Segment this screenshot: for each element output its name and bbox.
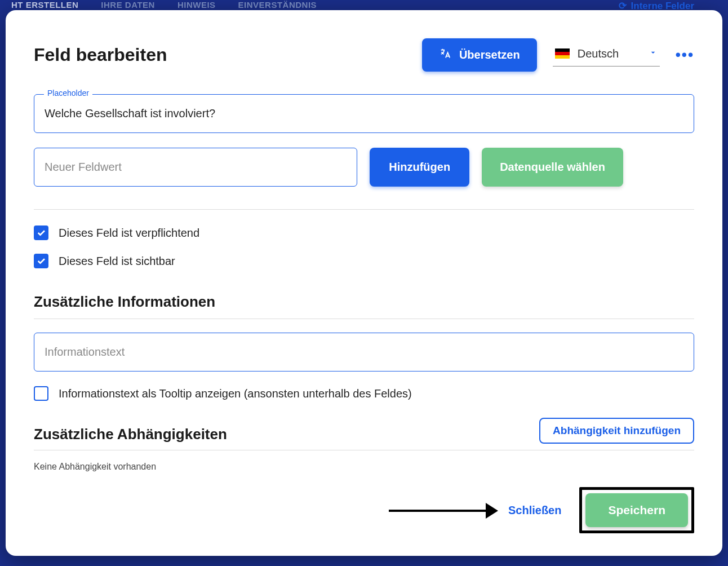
required-checkbox[interactable] [34,225,48,240]
bg-nav-item: EINVERSTÄNDNIS [238,0,317,10]
additional-info-header: Zusätzliche Informationen [34,282,694,319]
required-label: Dieses Feld ist verpflichtend [59,227,199,240]
additional-info-title: Zusätzliche Informationen [34,293,215,311]
bg-nav-item: HT ERSTELLEN [11,0,78,10]
visible-checkbox[interactable] [34,254,48,268]
visible-label: Dieses Feld ist sichtbar [59,255,175,268]
more-menu-icon[interactable]: ••• [676,46,694,64]
modal-header-actions: Übersetzen Deutsch ••• [422,38,694,72]
dependencies-header: Zusätzliche Abhängigkeiten Abhängigkeit … [34,414,694,450]
dependencies-empty-text: Keine Abhängigkeit vorhanden [34,462,694,472]
save-button[interactable]: Speichern [585,493,688,527]
placeholder-field-group: Placeholder [34,94,694,133]
language-select[interactable]: Deutsch [553,44,660,67]
required-check-row: Dieses Feld ist verpflichtend [34,225,694,240]
annotation-arrow-icon [389,507,501,513]
placeholder-input[interactable] [34,94,694,133]
tooltip-check-row: Informationstext als Tooltip anzeigen (a… [34,386,694,401]
new-value-row: Hinzufügen Datenquelle wählen [34,148,694,187]
close-button[interactable]: Schließen [508,504,561,517]
chevron-down-icon [649,48,658,59]
modal-header: Feld bearbeiten Übersetzen Deutsch ••• [34,38,694,72]
flag-de-icon [555,48,570,59]
add-button[interactable]: Hinzufügen [370,148,469,187]
infotext-input[interactable] [34,333,694,372]
modal-footer: Schließen Speichern [389,487,694,533]
choose-datasource-button[interactable]: Datenquelle wählen [482,148,623,187]
divider [34,209,694,210]
bg-nav-item: HINWEIS [177,0,216,10]
translate-icon [439,47,451,63]
infotext-field-group [34,333,694,372]
tooltip-label: Informationstext als Tooltip anzeigen (a… [59,387,412,400]
placeholder-label: Placeholder [44,89,92,98]
modal-title: Feld bearbeiten [34,45,167,65]
dependencies-title: Zusätzliche Abhängigkeiten [34,426,227,443]
annotation-highlight-box: Speichern [579,487,694,533]
add-dependency-button[interactable]: Abhängigkeit hinzufügen [539,418,694,444]
translate-label: Übersetzen [459,48,520,61]
new-field-value-input[interactable] [34,148,357,187]
visible-check-row: Dieses Feld ist sichtbar [34,254,694,268]
tooltip-checkbox[interactable] [34,386,48,401]
translate-button[interactable]: Übersetzen [422,38,537,72]
language-label: Deutsch [578,47,619,60]
edit-field-modal: Feld bearbeiten Übersetzen Deutsch ••• [6,10,722,556]
bg-nav-item: IHRE DATEN [101,0,155,10]
